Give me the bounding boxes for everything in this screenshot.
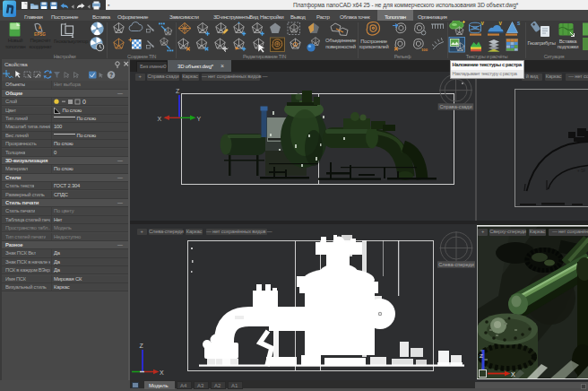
svg-text:Справа-сзади: Справа-сзади xyxy=(439,104,471,109)
svg-text:Слева-спереди: Слева-спереди xyxy=(438,262,474,267)
svg-text:X: X xyxy=(511,371,515,378)
svg-text:+·5F: +·5F xyxy=(577,169,586,173)
svg-text:X: X xyxy=(158,116,162,122)
svg-text:X: X xyxy=(160,369,164,376)
svg-text:Z: Z xyxy=(480,353,483,359)
svg-text:Z: Z xyxy=(176,88,180,94)
svg-text:Z: Z xyxy=(140,343,144,349)
svg-text:Y: Y xyxy=(197,116,202,122)
